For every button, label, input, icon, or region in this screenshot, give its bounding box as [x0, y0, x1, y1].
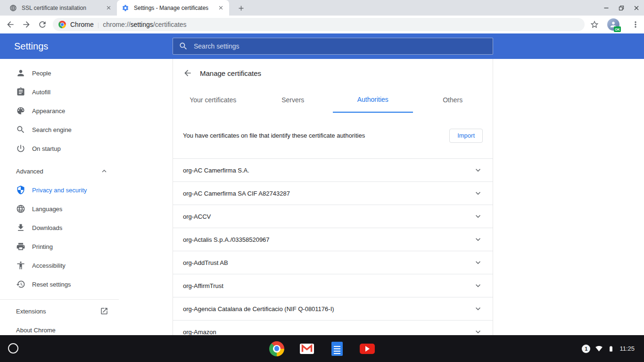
- chevron-down-icon[interactable]: [473, 327, 483, 335]
- certificate-name: org-AddTrust AB: [183, 259, 473, 266]
- clock: 11:25: [619, 345, 635, 352]
- youtube-app-icon[interactable]: [360, 341, 375, 356]
- sidebar-divider: [0, 299, 119, 300]
- window-controls: [599, 0, 644, 16]
- subpage-header: Manage certificates: [173, 59, 493, 87]
- chevron-down-icon[interactable]: [473, 258, 483, 267]
- browser-tab-settings[interactable]: Settings - Manage certificates: [117, 0, 229, 16]
- avatar[interactable]: OK: [607, 18, 619, 31]
- launcher-button[interactable]: [8, 343, 18, 354]
- import-button[interactable]: Import: [449, 129, 483, 143]
- back-icon[interactable]: [6, 20, 15, 29]
- certificate-row[interactable]: org-AddTrust AB: [173, 251, 493, 274]
- sidebar-item-on-startup[interactable]: On startup: [0, 139, 119, 158]
- manage-certificates-card: Manage certificates Your certificates Se…: [173, 59, 493, 335]
- accessibility-icon: [16, 261, 25, 270]
- forward-icon[interactable]: [22, 20, 31, 29]
- authorities-description: You have certificates on file that ident…: [183, 132, 449, 139]
- sidebar-item-autofill[interactable]: Autofill: [0, 82, 119, 101]
- new-tab-icon[interactable]: [236, 3, 246, 13]
- certificate-row[interactable]: org-Agencia Catalana de Certificacio (NI…: [173, 297, 493, 320]
- tab-others[interactable]: Others: [413, 87, 493, 113]
- sidebar-item-people[interactable]: People: [0, 64, 119, 82]
- chevron-down-icon[interactable]: [473, 212, 483, 221]
- settings-sidebar: People Autofill Appearance Search engine…: [0, 59, 119, 335]
- maximize-icon[interactable]: [614, 0, 629, 16]
- sidebar-item-privacy-security[interactable]: Privacy and security: [0, 181, 119, 199]
- power-icon: [16, 144, 25, 153]
- settings-header: Settings: [0, 33, 644, 59]
- palette-icon: [16, 106, 25, 115]
- certificate-row[interactable]: org-ACCV: [173, 205, 493, 228]
- tab-close-icon[interactable]: [217, 4, 224, 12]
- download-icon: [16, 223, 25, 232]
- docs-app-icon[interactable]: [330, 341, 345, 356]
- chevron-down-icon[interactable]: [473, 304, 483, 313]
- browser-tab-ssl[interactable]: SSL certificate installation: [5, 0, 117, 16]
- search-input[interactable]: [193, 42, 487, 50]
- sidebar-item-extensions[interactable]: Extensions: [0, 302, 119, 321]
- menu-kebab-icon[interactable]: [631, 20, 640, 29]
- wifi-icon: [595, 345, 603, 352]
- certificate-name: org-AC Camerfirma SA CIF A82743287: [183, 190, 473, 197]
- omnibox-product-label: Chrome: [70, 21, 94, 28]
- certificate-row[interactable]: org-AC Camerfirma SA CIF A82743287: [173, 181, 493, 205]
- bookmark-star-icon[interactable]: [590, 20, 599, 29]
- chevron-down-icon[interactable]: [473, 165, 483, 175]
- sidebar-item-label: On startup: [32, 145, 108, 152]
- sidebar-item-label: Accessibility: [32, 262, 108, 269]
- certificate-name: org-AffirmTrust: [183, 282, 473, 289]
- tab-servers[interactable]: Servers: [253, 87, 333, 113]
- sidebar-item-search-engine[interactable]: Search engine: [0, 120, 119, 139]
- minimize-icon[interactable]: [599, 0, 614, 16]
- certificate-row[interactable]: org-AC Camerfirma S.A.: [173, 158, 493, 181]
- gmail-app-icon[interactable]: [299, 341, 314, 356]
- sidebar-item-printing[interactable]: Printing: [0, 237, 119, 256]
- certificate-row[interactable]: org-AffirmTrust: [173, 274, 493, 297]
- sidebar-item-appearance[interactable]: Appearance: [0, 101, 119, 120]
- advanced-label: Advanced: [16, 168, 100, 175]
- status-tray[interactable]: 1 11:25: [582, 335, 644, 362]
- sidebar-item-label: Search engine: [32, 126, 108, 133]
- search-icon: [179, 41, 188, 51]
- globe-icon: [9, 4, 17, 12]
- sidebar-item-accessibility[interactable]: Accessibility: [0, 256, 119, 275]
- printer-icon: [16, 242, 25, 251]
- close-icon[interactable]: [629, 0, 644, 16]
- url-scheme: chrome://: [103, 21, 130, 28]
- notification-badge[interactable]: 1: [582, 345, 590, 353]
- chevron-down-icon[interactable]: [473, 281, 483, 290]
- sidebar-item-label: Languages: [32, 206, 108, 213]
- page-title: Manage certificates: [200, 69, 261, 77]
- sidebar-item-label: Extensions: [16, 308, 100, 315]
- sidebar-item-reset-settings[interactable]: Reset settings: [0, 275, 119, 294]
- back-arrow-icon[interactable]: [183, 68, 192, 78]
- person-icon: [16, 68, 25, 78]
- certificate-row[interactable]: org-Actalis S.p.A./03358520967: [173, 228, 493, 251]
- security-shield-icon: [16, 185, 25, 195]
- sidebar-item-label: People: [32, 70, 108, 77]
- certificate-name: org-Amazon: [183, 329, 473, 336]
- tab-your-certificates[interactable]: Your certificates: [173, 87, 253, 113]
- reload-icon[interactable]: [38, 20, 47, 29]
- settings-search[interactable]: [173, 38, 493, 55]
- sidebar-advanced-toggle[interactable]: Advanced: [0, 162, 119, 181]
- chrome-app-icon[interactable]: [269, 341, 284, 356]
- chevron-down-icon[interactable]: [473, 235, 483, 244]
- sidebar-item-languages[interactable]: Languages: [0, 199, 119, 218]
- chrome-logo-icon: [58, 21, 66, 28]
- sidebar-item-label: Privacy and security: [32, 187, 108, 194]
- omnibox[interactable]: Chrome | chrome://settings/certificates: [53, 18, 585, 31]
- chevron-down-icon[interactable]: [473, 189, 483, 198]
- battery-icon: [608, 345, 614, 353]
- tab-title: Settings - Manage certificates: [134, 5, 213, 11]
- tab-close-icon[interactable]: [105, 4, 112, 12]
- tab-authorities[interactable]: Authorities: [333, 87, 413, 113]
- autofill-icon: [16, 87, 25, 97]
- globe-icon: [16, 204, 25, 214]
- certificate-row[interactable]: org-Amazon: [173, 320, 493, 335]
- certificate-name: org-Actalis S.p.A./03358520967: [183, 236, 473, 243]
- sidebar-item-label: Printing: [32, 243, 108, 250]
- sidebar-item-downloads[interactable]: Downloads: [0, 218, 119, 237]
- certificate-name: org-AC Camerfirma S.A.: [183, 167, 473, 174]
